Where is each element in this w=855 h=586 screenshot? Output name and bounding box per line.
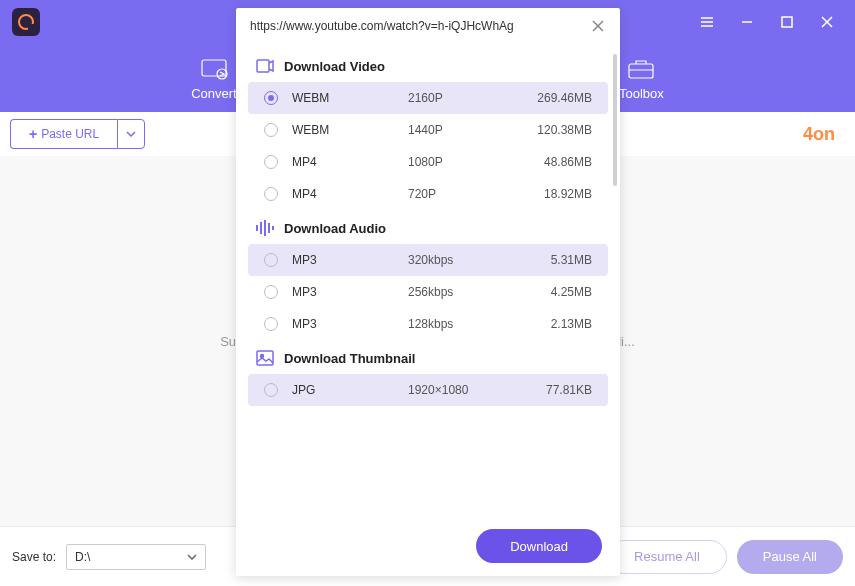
option-size: 48.86MB xyxy=(544,155,592,169)
option-quality: 2160P xyxy=(408,91,537,105)
radio-icon xyxy=(264,187,278,201)
option-format: MP4 xyxy=(292,187,408,201)
convert-icon xyxy=(199,56,229,82)
option-row[interactable]: MP4720P18.92MB xyxy=(248,178,608,210)
option-quality: 1080P xyxy=(408,155,544,169)
saveto-select[interactable]: D:\ xyxy=(66,544,206,570)
svg-rect-4 xyxy=(257,60,269,72)
resume-all-button[interactable]: Resume All xyxy=(607,540,727,574)
svg-rect-3 xyxy=(629,64,653,78)
section-head-audio: Download Audio xyxy=(240,210,616,244)
paste-url-button[interactable]: + Paste URL xyxy=(10,119,117,149)
option-row[interactable]: MP3128kbps2.13MB xyxy=(248,308,608,340)
option-size: 2.13MB xyxy=(551,317,592,331)
minimize-button[interactable] xyxy=(727,2,767,42)
tab-label: Toolbox xyxy=(619,86,664,101)
modal-close-button[interactable] xyxy=(590,18,606,34)
option-format: MP3 xyxy=(292,253,408,267)
hamburger-icon xyxy=(700,15,714,29)
option-size: 269.46MB xyxy=(537,91,592,105)
radio-icon xyxy=(264,317,278,331)
modal-header xyxy=(236,8,620,44)
scrollbar[interactable] xyxy=(613,54,617,186)
chevron-down-icon xyxy=(187,554,197,560)
option-row[interactable]: MP3320kbps5.31MB xyxy=(248,244,608,276)
option-format: JPG xyxy=(292,383,408,397)
svg-rect-0 xyxy=(782,17,792,27)
option-row[interactable]: WEBM1440P120.38MB xyxy=(248,114,608,146)
close-icon xyxy=(820,15,834,29)
svg-point-11 xyxy=(261,355,264,358)
option-format: MP4 xyxy=(292,155,408,169)
option-quality: 720P xyxy=(408,187,544,201)
video-icon xyxy=(256,58,274,74)
saveto-value: D:\ xyxy=(75,550,90,564)
close-icon xyxy=(592,20,604,32)
section-head-video: Download Video xyxy=(240,48,616,82)
url-input[interactable] xyxy=(250,19,582,33)
option-format: MP3 xyxy=(292,317,408,331)
radio-icon xyxy=(264,123,278,137)
radio-icon xyxy=(264,91,278,105)
svg-rect-10 xyxy=(257,351,273,365)
option-row[interactable]: MP3256kbps4.25MB xyxy=(248,276,608,308)
download-button[interactable]: Download xyxy=(476,529,602,563)
section-title: Download Thumbnail xyxy=(284,351,415,366)
saveto-label: Save to: xyxy=(12,550,56,564)
modal-footer: Download xyxy=(236,516,620,576)
option-size: 5.31MB xyxy=(551,253,592,267)
close-window-button[interactable] xyxy=(807,2,847,42)
svg-rect-9 xyxy=(272,226,274,230)
option-format: WEBM xyxy=(292,91,408,105)
brand-mark: 4on xyxy=(803,124,835,145)
option-row[interactable]: JPG1920×108077.81KB xyxy=(248,374,608,406)
app-logo xyxy=(12,8,40,36)
option-quality: 1920×1080 xyxy=(408,383,546,397)
maximize-button[interactable] xyxy=(767,2,807,42)
chevron-down-icon xyxy=(126,131,136,137)
image-icon xyxy=(256,350,274,366)
paste-url-label: Paste URL xyxy=(41,127,99,141)
option-row[interactable]: MP41080P48.86MB xyxy=(248,146,608,178)
option-quality: 1440P xyxy=(408,123,537,137)
minimize-icon xyxy=(740,15,754,29)
pause-all-button[interactable]: Pause All xyxy=(737,540,843,574)
download-modal: Download Video WEBM2160P269.46MBWEBM1440… xyxy=(236,8,620,576)
radio-icon xyxy=(264,253,278,267)
svg-rect-8 xyxy=(268,223,270,233)
maximize-icon xyxy=(780,15,794,29)
option-format: WEBM xyxy=(292,123,408,137)
svg-rect-5 xyxy=(256,225,258,231)
paste-url-dropdown[interactable] xyxy=(117,119,145,149)
radio-icon xyxy=(264,155,278,169)
plus-icon: + xyxy=(29,126,37,142)
option-row[interactable]: WEBM2160P269.46MB xyxy=(248,82,608,114)
modal-body: Download Video WEBM2160P269.46MBWEBM1440… xyxy=(236,44,620,516)
section-head-thumbnail: Download Thumbnail xyxy=(240,340,616,374)
toolbox-icon xyxy=(626,56,656,82)
option-size: 120.38MB xyxy=(537,123,592,137)
section-title: Download Video xyxy=(284,59,385,74)
radio-icon xyxy=(264,285,278,299)
option-quality: 128kbps xyxy=(408,317,551,331)
hamburger-menu-button[interactable] xyxy=(687,2,727,42)
option-quality: 320kbps xyxy=(408,253,551,267)
radio-icon xyxy=(264,383,278,397)
option-size: 77.81KB xyxy=(546,383,592,397)
section-title: Download Audio xyxy=(284,221,386,236)
svg-rect-7 xyxy=(264,220,266,236)
tab-label: Convert xyxy=(191,86,237,101)
option-quality: 256kbps xyxy=(408,285,551,299)
option-size: 18.92MB xyxy=(544,187,592,201)
option-format: MP3 xyxy=(292,285,408,299)
option-size: 4.25MB xyxy=(551,285,592,299)
svg-rect-6 xyxy=(260,222,262,234)
audio-icon xyxy=(256,220,274,236)
